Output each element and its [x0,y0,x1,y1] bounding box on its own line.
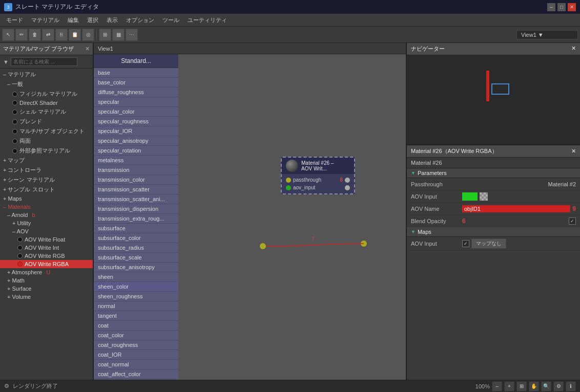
tree-blend[interactable]: ブレンド [0,117,93,126]
tool-delete[interactable]: 🗑 [29,29,41,41]
tool-layout[interactable]: ⊞ [99,29,111,41]
tree-aov[interactable]: – AOV [0,227,93,235]
menu-utilities[interactable]: ユーティリティ [183,15,231,25]
canvas-area[interactable]: Material #26 – AOV Writ... passthrough 8 [178,54,406,380]
nav-close[interactable]: ✕ [571,45,576,53]
node-list-item-trans-scatter[interactable]: transmission_scatter [94,185,178,194]
node-list-item-trans-extra[interactable]: transmission_extra_roug... [94,214,178,224]
node-list-item-specular-color[interactable]: specular_color [94,107,178,117]
node-list-item-sub-aniso[interactable]: subsurface_anisotropy [94,263,178,272]
blend-checkbox-icon[interactable]: ✓ [569,217,576,225]
tree-shell-material[interactable]: シェル マテリアル [0,107,93,117]
menu-select[interactable]: 選択 [83,15,102,25]
zoom-out-button[interactable]: – [492,381,502,391]
tree-utility[interactable]: + Utility [0,219,93,227]
node-list-item-subsurface[interactable]: subsurface [94,224,178,233]
tree-arnold[interactable]: – Arnold b [0,211,93,219]
tool-dots[interactable]: ⋯ [126,29,138,41]
tree-multi-sub[interactable]: マルチ/サブ オブジェクト [0,126,93,136]
tree-atmosphere[interactable]: + Atmosphere U [0,268,93,276]
node-list-item-sub-color[interactable]: subsurface_color [94,233,178,243]
tree-materials-root[interactable]: – Materials [0,203,93,211]
navigate-button[interactable]: ✋ [529,381,539,391]
node-list-item-coat-rough[interactable]: coat_roughness [94,340,178,350]
tool-pencil[interactable]: ✏ [15,29,28,41]
node-list-item-coat-effect-rough[interactable]: coat_effect_roughness [94,379,178,380]
menu-material[interactable]: マテリアル [27,15,64,25]
maps-aov-checkbox[interactable]: ✓ [462,240,469,247]
tree-scene-material[interactable]: + シーン マテリアル [0,175,93,185]
tree-aov-write-float[interactable]: AOV Write Float [0,235,93,244]
node-list-item-sub-scale[interactable]: subsurface_scale [94,253,178,263]
aov-green-swatch[interactable] [462,192,478,201]
node-list-item-specular-rough[interactable]: specular_roughness [94,117,178,126]
menu-options[interactable]: オプション [122,15,158,25]
section-parameters[interactable]: ▼ Parameters [407,168,580,178]
maps-nomap-button[interactable]: マップなし [471,238,506,249]
tool-copy[interactable]: ⎘ [55,29,68,41]
maximize-button[interactable]: □ [557,3,566,11]
prop-close[interactable]: ✕ [571,148,576,155]
aov-name-input[interactable] [462,205,570,212]
material-node[interactable]: Material #26 – AOV Writ... passthrough 8 [281,157,355,194]
settings-status-button[interactable]: ⚙ [553,381,564,391]
menu-view[interactable]: 表示 [102,15,122,25]
node-list-item-specular[interactable]: specular [94,97,178,107]
tool-cursor[interactable]: ↖ [2,29,14,41]
info-status-button[interactable]: ℹ [566,381,576,391]
tree-maps-root[interactable]: + マップ [0,156,93,165]
menu-mode[interactable]: モード [2,15,27,25]
node-list-item-base-color[interactable]: base_color [94,78,178,88]
node-list-item-coat-color[interactable]: coat_color [94,331,178,340]
search-status-button[interactable]: 🔍 [541,381,551,391]
tree-directx-shader[interactable]: DirectX Shader [0,99,93,107]
search-input[interactable] [11,57,77,66]
node-list-item-sub-radius[interactable]: subsurface_radius [94,243,178,253]
node-list-item-transmission[interactable]: transmission [94,165,178,175]
tree-math[interactable]: + Math [0,276,93,285]
node-list-item-trans-scatter-ani[interactable]: transmission_scatter_ani... [94,194,178,204]
node-list-item-base[interactable]: base [94,68,178,78]
minimize-button[interactable]: – [547,3,555,11]
left-panel-close[interactable]: ✕ [85,46,90,52]
node-list-item-sheen-color[interactable]: sheen_color [94,282,178,292]
tool-move[interactable]: ⇄ [42,29,54,41]
node-list-item-trans-dispersion[interactable]: transmission_dispersion [94,204,178,214]
close-button[interactable]: ✕ [568,3,576,11]
tree-physical-material[interactable]: フィジカル マテリアル [0,89,93,99]
node-list-item-metalness[interactable]: metalness [94,156,178,165]
tool-grid[interactable]: ▦ [112,29,125,41]
tree-double-sided[interactable]: 両面 [0,136,93,146]
tree-surface[interactable]: + Surface [0,285,93,293]
menu-tools[interactable]: ツール [158,15,183,25]
tree-maps-plus[interactable]: + Maps [0,194,93,203]
tree-general[interactable]: – 一般 [0,79,93,89]
node-list-item-specular-rot[interactable]: specular_rotation [94,146,178,156]
viewport[interactable]: Standard... base base_color diffuse_roug… [94,54,406,380]
tree-aov-write-rgb[interactable]: AOV Write RGB [0,252,93,260]
node-list-item-coat-ior[interactable]: coat_IOR [94,350,178,360]
menu-edit[interactable]: 編集 [64,15,83,25]
blend-opacity-checkbox[interactable]: ✓ [569,217,576,225]
tree-volume[interactable]: + Volume [0,293,93,301]
tree-controller-root[interactable]: + コントローラ [0,165,93,175]
node-list-item-coat[interactable]: coat [94,321,178,331]
tree-sample-slot[interactable]: + サンプル スロット [0,185,93,194]
node-list-item-sheen[interactable]: sheen [94,272,178,282]
node-list-item-coat-normal[interactable]: coat_normal [94,360,178,369]
fit-button[interactable]: ⊞ [516,381,527,391]
node-list-item-specular-ior[interactable]: specular_IOR [94,126,178,136]
node-list-item-sheen-rough[interactable]: sheen_roughness [94,292,178,301]
tool-circle[interactable]: ◎ [82,29,94,41]
section-maps[interactable]: ▼ Maps [407,227,580,237]
node-list-item-coat-affect[interactable]: coat_affect_color [94,369,178,379]
tree-xref-material[interactable]: 外部参照マテリアル [0,146,93,156]
tree-material-root[interactable]: – マテリアル [0,70,93,79]
tree-aov-write-int[interactable]: AOV Write Int [0,244,93,252]
node-list-item-tangent[interactable]: tangent [94,311,178,321]
tree-aov-write-rgba[interactable]: AOV Write RGBA [0,260,93,268]
node-list-item-normal[interactable]: normal [94,301,178,311]
node-list-item-trans-color[interactable]: transmission_color [94,175,178,185]
node-list-item-specular-aniso[interactable]: specular_anisotropy [94,136,178,146]
tool-paste[interactable]: 📋 [69,29,81,41]
